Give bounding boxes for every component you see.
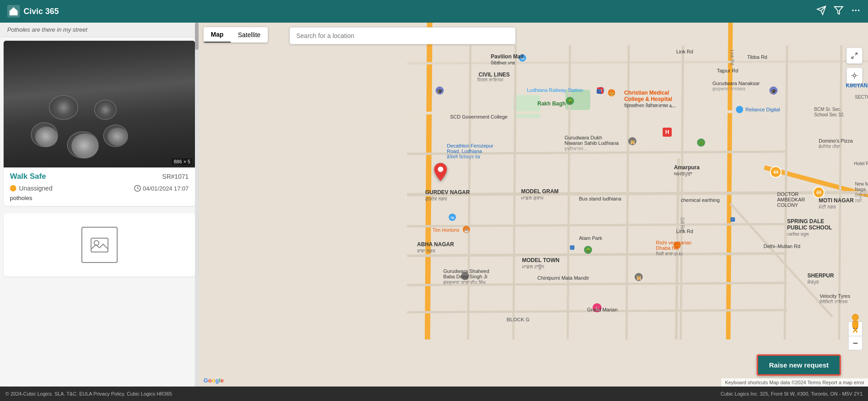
svg-line-76 xyxy=(855,328,857,333)
app-title: Civic 365 xyxy=(24,7,59,16)
map-panel: Gill Rd Link Rd 44 44 🛍 🛍 🌳 🌿 xyxy=(199,23,868,387)
svg-point-24 xyxy=(736,106,743,113)
svg-rect-55 xyxy=(730,217,735,222)
bottombar: © 2024-Cubic Logics. SLA. T&C. EULA Priv… xyxy=(0,387,868,401)
sr-card-title: Walk Safe xyxy=(10,172,46,181)
google-logo: Google xyxy=(204,377,224,384)
svg-point-73 xyxy=(852,314,859,320)
pothole-image xyxy=(4,41,195,167)
svg-marker-1 xyxy=(9,7,18,11)
svg-line-66 xyxy=(855,53,857,55)
sr-card-title-row: Walk Safe SR#1071 xyxy=(10,172,189,181)
svg-point-11 xyxy=(94,240,99,245)
bottombar-address: Cubic Logics Inc. 325, Front St W, #300,… xyxy=(721,391,863,396)
svg-point-45 xyxy=(674,242,681,249)
sr-date: 04/01/2024 17:07 xyxy=(143,185,189,192)
svg-text:BLOCK G: BLOCK G xyxy=(507,317,530,322)
svg-text:H: H xyxy=(665,129,669,135)
tab-satellite[interactable]: Satellite xyxy=(231,27,268,43)
zoom-out-button[interactable]: − xyxy=(848,336,863,350)
sr-category: potholes xyxy=(10,195,189,201)
svg-text:Link Rd: Link Rd xyxy=(730,50,735,65)
svg-rect-2 xyxy=(12,13,15,15)
status-dot xyxy=(10,185,16,191)
svg-text:🎓: 🎓 xyxy=(771,88,777,94)
svg-text:44: 44 xyxy=(773,170,778,175)
svg-text:BCM Sr. Sec.: BCM Sr. Sec. xyxy=(814,107,841,112)
svg-text:🌳: 🌳 xyxy=(568,99,573,104)
svg-text:☕: ☕ xyxy=(464,228,470,233)
send-icon[interactable] xyxy=(816,5,826,18)
app-logo xyxy=(7,5,20,18)
svg-rect-53 xyxy=(597,89,601,94)
map-attribution: Keyboard shortcuts Map data ©2024 Terms … xyxy=(721,378,868,387)
filter-icon[interactable] xyxy=(834,5,844,18)
topbar: Civic 365 xyxy=(0,0,868,23)
sr-status: Unassigned xyxy=(10,185,52,192)
sr-card-body: Walk Safe SR#1071 Unassigned 04/01/2024 … xyxy=(4,167,195,206)
svg-line-67 xyxy=(852,56,854,58)
topbar-left: Civic 365 xyxy=(7,5,59,18)
left-panel: Potholes are there in my street xyxy=(0,23,199,387)
sr-card-image: 886 × 5 xyxy=(4,41,195,167)
fullscreen-button[interactable] xyxy=(846,48,863,64)
svg-rect-10 xyxy=(91,238,108,252)
svg-rect-54 xyxy=(570,245,574,250)
image-size: 886 × 5 xyxy=(172,158,192,165)
svg-rect-12 xyxy=(199,23,868,387)
scrollbar-thumb[interactable] xyxy=(195,23,199,50)
svg-text:🌳: 🌳 xyxy=(586,248,591,253)
svg-point-68 xyxy=(853,74,855,76)
svg-text:🌿: 🌿 xyxy=(699,140,704,146)
status-label: Unassigned xyxy=(19,185,52,192)
svg-text:ਨਿਊ ਮੋ.: ਨਿਊ ਮੋ. xyxy=(854,192,868,198)
svg-point-8 xyxy=(858,10,860,11)
left-scrollbar[interactable] xyxy=(195,23,199,387)
svg-text:Naga.: Naga. xyxy=(855,187,867,192)
sr-card-1[interactable]: 886 × 5 Walk Safe SR#1071 Unassigned xyxy=(4,41,195,206)
bottombar-copyright: © 2024-Cubic Logics. SLA. T&C. EULA Priv… xyxy=(5,391,172,396)
svg-point-7 xyxy=(855,10,857,11)
svg-text:🛍: 🛍 xyxy=(521,56,525,61)
svg-point-6 xyxy=(852,10,854,11)
svg-text:🎓: 🎓 xyxy=(437,88,443,94)
svg-text:🕌: 🕌 xyxy=(636,275,642,281)
sr-card-2-placeholder[interactable] xyxy=(4,213,195,277)
pegman-icon[interactable] xyxy=(849,314,862,334)
svg-text:School Sec 32.: School Sec 32. xyxy=(814,112,844,117)
sr-datetime: 04/01/2024 17:07 xyxy=(134,185,189,192)
raise-new-request-button[interactable]: Raise new request xyxy=(757,354,841,376)
topbar-actions xyxy=(816,5,861,18)
map-search-container xyxy=(289,27,841,44)
svg-text:ਨਗਾ.: ਨਗਾ. xyxy=(854,198,863,203)
map-roads-svg: Gill Rd Link Rd 44 44 🛍 🛍 🌳 🌿 xyxy=(199,23,868,387)
map-tabs: Map Satellite xyxy=(204,27,268,43)
more-icon[interactable] xyxy=(851,5,861,18)
svg-rect-74 xyxy=(853,321,858,328)
map-controls xyxy=(846,48,863,84)
sr-card-meta: Unassigned 04/01/2024 17:07 xyxy=(10,185,189,192)
svg-text:🕌: 🕌 xyxy=(630,139,636,145)
search-hint: Potholes are there in my street xyxy=(0,23,199,37)
tab-map[interactable]: Map xyxy=(204,27,231,43)
svg-text:🍔: 🍔 xyxy=(609,91,615,96)
svg-text:44: 44 xyxy=(816,190,821,195)
svg-text:SECTOR...: SECTOR... xyxy=(855,95,868,100)
svg-point-52 xyxy=(461,272,469,280)
map-search-input[interactable] xyxy=(289,27,516,44)
svg-text:🛍: 🛍 xyxy=(451,215,455,220)
svg-text:Gill Rd: Gill Rd xyxy=(680,217,685,231)
svg-text:New Mo.: New Mo. xyxy=(855,181,868,186)
sr-card-number: SR#1071 xyxy=(162,173,189,180)
main-area: Potholes are there in my street xyxy=(0,23,868,387)
svg-text:💒: 💒 xyxy=(595,306,600,311)
svg-rect-13 xyxy=(513,95,541,118)
location-button[interactable] xyxy=(846,67,863,84)
clock-icon xyxy=(134,185,141,192)
svg-text:Hotel Ri...: Hotel Ri... xyxy=(854,161,868,166)
map-background[interactable]: Gill Rd Link Rd 44 44 🛍 🛍 🌳 🌿 xyxy=(199,23,868,387)
svg-point-65 xyxy=(438,167,443,172)
svg-marker-5 xyxy=(835,6,843,14)
map-pin xyxy=(434,163,447,183)
placeholder-image xyxy=(81,227,118,263)
